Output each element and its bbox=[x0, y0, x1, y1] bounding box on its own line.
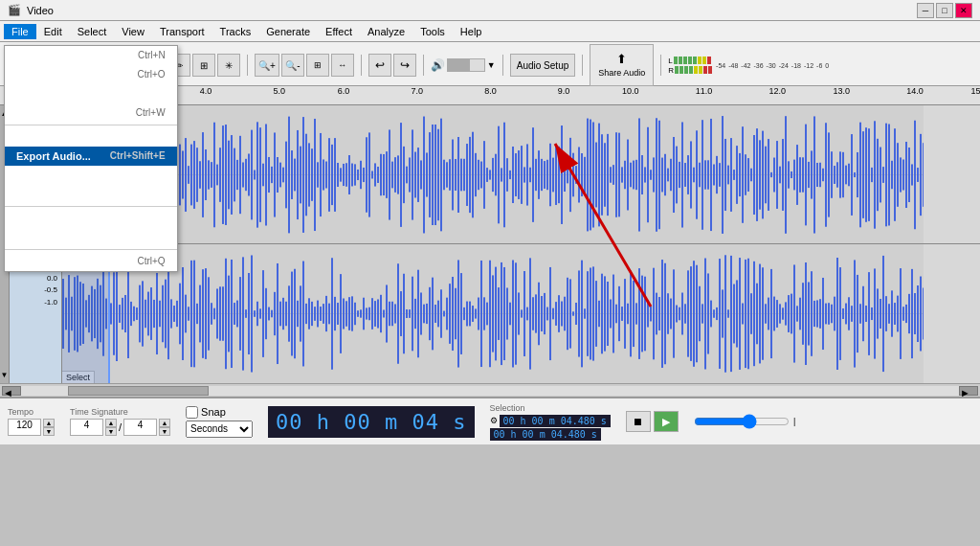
output-slider[interactable] bbox=[694, 414, 790, 429]
minimize-button[interactable]: ─ bbox=[917, 3, 934, 18]
scroll-thumb[interactable] bbox=[68, 386, 209, 396]
window-controls[interactable]: ─ □ ✕ bbox=[917, 3, 972, 18]
volume-dropdown[interactable]: ▼ bbox=[487, 60, 496, 70]
ruler-mark-8: 9.0 bbox=[558, 86, 570, 96]
time-sig-den-spinner[interactable]: 4 ▲ ▼ bbox=[123, 419, 170, 436]
status-play-button[interactable]: ▶ bbox=[654, 411, 679, 432]
time-sig-denominator[interactable]: 4 bbox=[123, 419, 157, 436]
time-sig-num-spinner[interactable]: 4 ▲ ▼ bbox=[70, 419, 117, 436]
tempo-value[interactable]: 120 bbox=[8, 419, 41, 436]
undo-redo: ↩ ↪ bbox=[368, 54, 416, 77]
ruler-mark-7: 8.0 bbox=[484, 86, 497, 96]
ruler-mark-12: 13.0 bbox=[834, 86, 851, 96]
time-sig-numerator[interactable]: 4 bbox=[70, 419, 103, 436]
gear-icon[interactable]: ⚙ bbox=[490, 416, 498, 425]
arrow-down-icon[interactable]: ▼ bbox=[1, 371, 9, 379]
menu-save-project[interactable]: Save Project ▶ bbox=[5, 127, 177, 147]
menu-exit[interactable]: Exit Ctrl+Q bbox=[5, 252, 177, 271]
menu-page-setup[interactable]: Page Setup... bbox=[5, 209, 177, 228]
scroll-left[interactable]: ◄ bbox=[2, 386, 21, 396]
menu-tracks[interactable]: Tracks bbox=[212, 24, 259, 39]
maximize-button[interactable]: □ bbox=[936, 3, 953, 18]
time-sig-den-btns: ▲ ▼ bbox=[159, 419, 170, 436]
menu-view[interactable]: View bbox=[114, 24, 152, 39]
volume-control: 🔊 ▼ bbox=[431, 58, 496, 72]
toolbar-sep-4 bbox=[423, 55, 424, 76]
menu-file[interactable]: File New Ctrl+N Open... Ctrl+O Recent Fi… bbox=[4, 24, 36, 39]
snap-field: Snap Seconds Beats Bars bbox=[186, 406, 253, 438]
horizontal-scrollbar[interactable]: ◄ ► bbox=[0, 383, 980, 397]
time-sig-num-down[interactable]: ▼ bbox=[105, 427, 117, 436]
volume-slider[interactable] bbox=[447, 58, 485, 72]
tempo-down[interactable]: ▼ bbox=[43, 427, 55, 436]
scroll-track[interactable] bbox=[21, 386, 959, 396]
menu-edit[interactable]: Edit bbox=[36, 24, 70, 39]
time-display: 00 h 00 m 04 s bbox=[268, 406, 474, 438]
toolbar-sep-6 bbox=[582, 55, 583, 76]
tempo-spinner-buttons: ▲ ▼ bbox=[43, 419, 55, 436]
selection-start-row: ⚙ 00 h 00 m 04.480 s bbox=[490, 415, 611, 427]
ruler-mark-13: 14.0 bbox=[906, 86, 924, 96]
selection-end-row: 00 h 00 m 04.480 s bbox=[490, 428, 611, 441]
tempo-spinner[interactable]: 120 ▲ ▼ bbox=[8, 419, 55, 436]
time-sig-slash: / bbox=[119, 421, 122, 433]
zoom-sel-button[interactable]: ↔ bbox=[331, 54, 354, 77]
close-button[interactable]: ✕ bbox=[955, 3, 972, 18]
undo-button[interactable]: ↩ bbox=[368, 54, 391, 77]
menu-recent-files[interactable]: Recent Files ▶ bbox=[5, 84, 177, 103]
time-sig-den-down[interactable]: ▼ bbox=[159, 427, 170, 436]
ruler-mark-5: 6.0 bbox=[338, 86, 350, 96]
multitrack-tool[interactable]: ⊞ bbox=[192, 54, 215, 77]
ruler-mark-3: 4.0 bbox=[200, 86, 212, 96]
slider-end-marker: | bbox=[793, 417, 795, 426]
menu-export-audio[interactable]: Export Audio... Ctrl+Shift+E bbox=[5, 147, 177, 166]
menu-generate[interactable]: Generate bbox=[258, 24, 318, 39]
menu-transport[interactable]: Transport bbox=[152, 24, 212, 39]
zoom-in-button[interactable]: 🔍+ bbox=[255, 54, 279, 77]
meter-L-label: L bbox=[668, 57, 672, 65]
waveform-area: Select bbox=[62, 105, 980, 383]
menu-import[interactable]: Import ▶ bbox=[5, 185, 177, 204]
menu-analyze[interactable]: Analyze bbox=[360, 24, 412, 39]
track-1-waveform[interactable] bbox=[62, 105, 980, 244]
menu-open[interactable]: Open... Ctrl+O bbox=[5, 65, 177, 84]
menu-new[interactable]: New Ctrl+N bbox=[5, 46, 177, 65]
time-sig-den-up[interactable]: ▲ bbox=[159, 419, 170, 427]
scroll-right[interactable]: ► bbox=[959, 386, 978, 396]
level-meters: L R bbox=[668, 57, 712, 75]
time-sig-num-up[interactable]: ▲ bbox=[105, 419, 117, 427]
redo-button[interactable]: ↪ bbox=[393, 54, 416, 77]
status-bar: Tempo 120 ▲ ▼ Time Signature 4 ▲ ▼ / 4 bbox=[0, 397, 980, 444]
ruler-mark-11: 12.0 bbox=[768, 86, 786, 96]
menu-close[interactable]: Close Ctrl+W bbox=[5, 103, 177, 123]
tempo-up[interactable]: ▲ bbox=[43, 419, 55, 427]
toolbar-sep-7 bbox=[660, 55, 661, 76]
audio-setup-button[interactable]: Audio Setup bbox=[510, 54, 576, 77]
menu-select[interactable]: Select bbox=[70, 24, 115, 39]
menu-print[interactable]: Print... bbox=[5, 228, 177, 247]
volume-icon: 🔊 bbox=[431, 58, 445, 72]
ruler-mark-9: 10.0 bbox=[622, 86, 639, 96]
ruler-content: 2.0 3.0 4.0 5.0 6.0 7.0 8.0 9.0 10.0 11.… bbox=[62, 86, 980, 104]
menu-export-other[interactable]: Export Other ▶ bbox=[5, 166, 177, 185]
menu-tools[interactable]: Tools bbox=[412, 24, 453, 39]
status-stop-button[interactable]: ⏹ bbox=[626, 411, 651, 432]
asterisk-tool[interactable]: ✳ bbox=[217, 54, 240, 77]
menu-effect[interactable]: Effect bbox=[318, 24, 360, 39]
separator-1 bbox=[5, 125, 177, 125]
zoom-fit-button[interactable]: ⊞ bbox=[306, 54, 329, 77]
menu-help[interactable]: Help bbox=[453, 24, 490, 39]
track-2-waveform[interactable] bbox=[62, 244, 980, 383]
share-audio-button[interactable]: ⬆ Share Audio bbox=[590, 44, 654, 86]
zoom-out-button[interactable]: 🔍- bbox=[281, 54, 304, 77]
selection-start-display: 00 h 00 m 04.480 s bbox=[500, 415, 611, 427]
waveform-canvas-2 bbox=[62, 244, 924, 383]
snap-checkbox[interactable] bbox=[186, 406, 198, 419]
tempo-field: Tempo 120 ▲ ▼ bbox=[8, 407, 55, 436]
snap-unit-select[interactable]: Seconds Beats Bars bbox=[186, 421, 253, 438]
ruler-mark-14: 15.0 bbox=[970, 86, 980, 96]
tempo-label: Tempo bbox=[8, 407, 55, 417]
selection-field: Selection ⚙ 00 h 00 m 04.480 s 00 h 00 m… bbox=[490, 403, 611, 441]
meter-R-bar bbox=[675, 66, 712, 74]
app-icon: 🎬 bbox=[8, 4, 21, 16]
